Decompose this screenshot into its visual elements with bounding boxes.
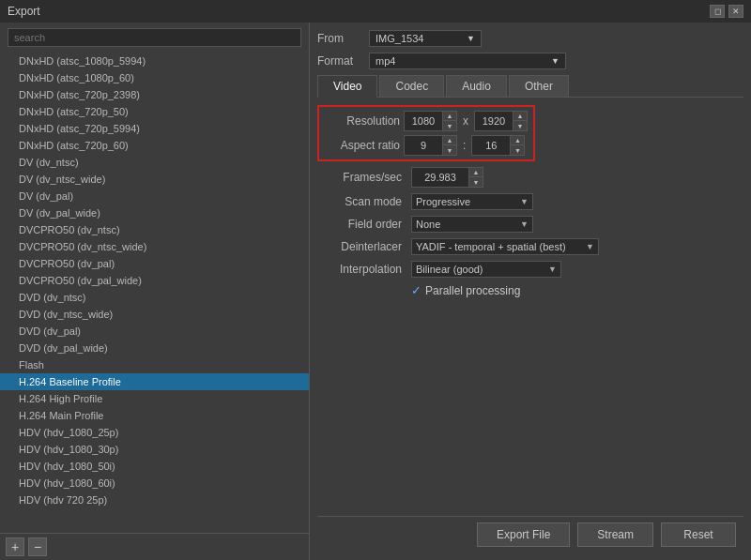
aspect-width-up[interactable]: ▲ xyxy=(443,136,456,145)
list-item[interactable]: H.264 Main Profile xyxy=(0,407,309,424)
resolution-width-up[interactable]: ▲ xyxy=(443,112,456,121)
list-item[interactable]: DNxHD (atsc_720p_60) xyxy=(0,137,309,154)
list-item[interactable]: DVD (dv_ntsc) xyxy=(0,289,309,306)
aspect-ratio-row: Aspect ratio 9 ▲ ▼ : xyxy=(325,135,528,156)
format-row: Format mp4 ▼ xyxy=(317,53,743,69)
resolution-width-value: 1080 xyxy=(405,114,442,129)
list-item[interactable]: DVD (dv_pal_wide) xyxy=(0,340,309,356)
list-item[interactable]: DVCPRO50 (dv_pal_wide) xyxy=(0,272,309,289)
aspect-height-down[interactable]: ▼ xyxy=(511,145,524,155)
resolution-width-down[interactable]: ▼ xyxy=(443,121,456,130)
list-item[interactable]: HDV (hdv 720 25p) xyxy=(0,492,309,508)
search-input[interactable] xyxy=(8,28,301,47)
resolution-height-spinbox[interactable]: 1920 ▲ ▼ xyxy=(474,111,528,131)
parallel-processing-row: ✓ Parallel processing xyxy=(411,283,743,297)
resolution-aspect-container: Resolution 1080 ▲ ▼ x xyxy=(317,105,743,161)
add-preset-button[interactable]: + xyxy=(6,537,24,556)
list-item[interactable]: DV (dv_pal) xyxy=(0,188,309,204)
window-controls: ◻ ✕ xyxy=(710,5,743,18)
tab-bar: Video Codec Audio Other xyxy=(317,75,743,98)
list-item[interactable]: HDV (hdv_1080_60i) xyxy=(0,475,309,492)
main-content: DNxHD (atsc_1080p_5994)DNxHD (atsc_1080p… xyxy=(0,23,751,560)
aspect-colon-separator: : xyxy=(461,139,467,152)
window-title: Export xyxy=(8,5,40,18)
close-button[interactable]: ✕ xyxy=(728,5,743,18)
list-item[interactable]: DVCPRO50 (dv_ntsc_wide) xyxy=(0,238,309,255)
bottom-bar: Export File Stream Reset xyxy=(317,516,743,552)
resolution-height-up[interactable]: ▲ xyxy=(513,112,527,121)
interpolation-row: Interpolation Bilinear (good) ▼ xyxy=(317,261,743,278)
list-item[interactable]: HDV (hdv_1080_25p) xyxy=(0,424,309,441)
deinterlacer-dropdown[interactable]: YADIF - temporal + spatial (best) ▼ xyxy=(411,238,599,255)
field-order-row: Field order None ▼ xyxy=(317,216,743,233)
preset-list[interactable]: DNxHD (atsc_1080p_5994)DNxHD (atsc_1080p… xyxy=(0,53,309,533)
list-item[interactable]: DV (dv_ntsc_wide) xyxy=(0,171,309,188)
list-item[interactable]: DV (dv_ntsc) xyxy=(0,154,309,171)
list-item[interactable]: DNxHD (atsc_720p_5994) xyxy=(0,120,309,137)
list-item[interactable]: HDV (hdv_1080_30p) xyxy=(0,441,309,458)
list-item[interactable]: DVCPRO50 (dv_ntsc) xyxy=(0,221,309,238)
interpolation-label: Interpolation xyxy=(317,263,411,276)
list-item[interactable]: DVCPRO50 (dv_pal) xyxy=(0,255,309,272)
reset-button[interactable]: Reset xyxy=(661,522,736,547)
resolution-row: Resolution 1080 ▲ ▼ x xyxy=(325,111,528,131)
deinterlacer-arrow: ▼ xyxy=(586,242,594,251)
from-value: IMG_1534 xyxy=(376,33,423,44)
resolution-label: Resolution xyxy=(325,114,400,128)
stream-button[interactable]: Stream xyxy=(577,522,653,547)
aspect-width-buttons: ▲ ▼ xyxy=(442,136,456,155)
list-item[interactable]: HDV (hdv_1080_50i) xyxy=(0,458,309,475)
aspect-width-down[interactable]: ▼ xyxy=(443,145,456,155)
scan-mode-arrow: ▼ xyxy=(520,197,529,206)
aspect-width-value: 9 xyxy=(405,138,442,153)
interpolation-dropdown[interactable]: Bilinear (good) ▼ xyxy=(411,261,561,278)
resolution-width-spinbox[interactable]: 1080 ▲ ▼ xyxy=(404,111,457,131)
aspect-width-spinbox[interactable]: 9 ▲ ▼ xyxy=(404,135,457,156)
list-item[interactable]: DNxHD (atsc_720p_2398) xyxy=(0,86,309,103)
format-value: mp4 xyxy=(376,55,395,67)
restore-button[interactable]: ◻ xyxy=(710,5,725,18)
tab-audio[interactable]: Audio xyxy=(446,75,507,97)
list-item[interactable]: H.264 High Profile xyxy=(0,390,309,407)
field-order-label: Field order xyxy=(317,218,411,231)
list-item[interactable]: DNxHD (atsc_720p_50) xyxy=(0,103,309,120)
list-item[interactable]: DVD (dv_pal) xyxy=(0,323,309,340)
frames-up[interactable]: ▲ xyxy=(469,168,483,177)
list-item[interactable]: DV (dv_pal_wide) xyxy=(0,204,309,221)
from-dropdown[interactable]: IMG_1534 ▼ xyxy=(369,30,482,47)
aspect-height-up[interactable]: ▲ xyxy=(511,136,524,145)
format-dropdown[interactable]: mp4 ▼ xyxy=(369,53,566,69)
tab-video[interactable]: Video xyxy=(317,75,377,98)
list-item[interactable]: DNxHD (atsc_1080p_60) xyxy=(0,69,309,86)
list-item[interactable]: H.264 Baseline Profile xyxy=(0,373,309,390)
export-file-button[interactable]: Export File xyxy=(477,522,570,547)
frames-value: 29.983 xyxy=(412,170,468,185)
list-item[interactable]: Flash xyxy=(0,356,309,373)
parallel-checkbox-mark: ✓ xyxy=(411,283,421,297)
deinterlacer-row: Deinterlacer YADIF - temporal + spatial … xyxy=(317,238,743,255)
aspect-height-value: 16 xyxy=(472,138,510,153)
aspect-height-buttons: ▲ ▼ xyxy=(510,136,524,155)
tab-other[interactable]: Other xyxy=(509,75,569,97)
scan-mode-dropdown[interactable]: Progressive ▼ xyxy=(411,193,533,210)
frames-down[interactable]: ▼ xyxy=(469,177,483,187)
aspect-height-spinbox[interactable]: 16 ▲ ▼ xyxy=(471,135,525,156)
frames-row: Frames/sec 29.983 ▲ ▼ xyxy=(317,167,743,188)
deinterlacer-value: YADIF - temporal + spatial (best) xyxy=(416,241,566,252)
from-row: From IMG_1534 ▼ xyxy=(317,30,743,47)
video-tab-content: Resolution 1080 ▲ ▼ x xyxy=(317,105,743,516)
search-bar xyxy=(0,23,309,53)
from-dropdown-arrow: ▼ xyxy=(467,34,475,43)
tab-codec[interactable]: Codec xyxy=(379,75,444,97)
right-panel: From IMG_1534 ▼ Format mp4 ▼ Video Codec… xyxy=(310,23,751,560)
resolution-x-separator: x xyxy=(461,114,470,128)
field-order-dropdown[interactable]: None ▼ xyxy=(411,216,533,233)
resolution-height-down[interactable]: ▼ xyxy=(513,121,527,130)
list-item[interactable]: DVD (dv_ntsc_wide) xyxy=(0,306,309,323)
remove-preset-button[interactable]: − xyxy=(28,537,47,556)
from-label: From xyxy=(317,32,369,45)
frames-spinbox[interactable]: 29.983 ▲ ▼ xyxy=(411,167,483,188)
frames-buttons: ▲ ▼ xyxy=(468,168,483,187)
list-item[interactable]: DNxHD (atsc_1080p_5994) xyxy=(0,53,309,69)
interpolation-value: Bilinear (good) xyxy=(416,264,483,275)
